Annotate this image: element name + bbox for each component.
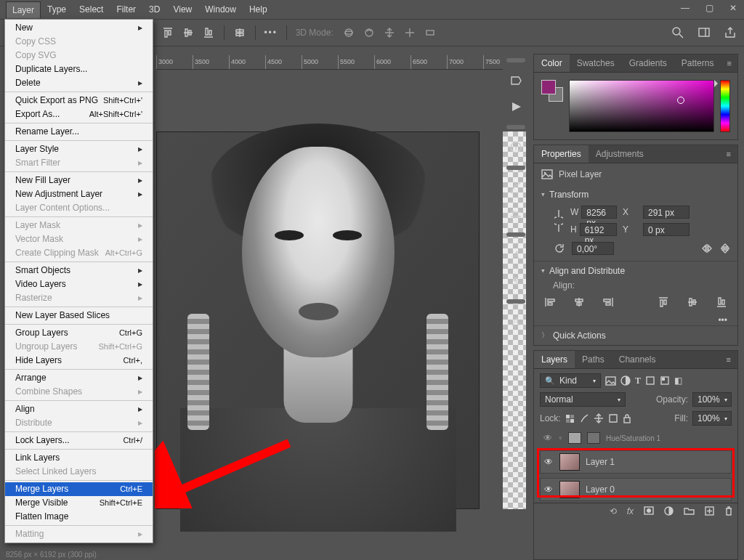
history-step-icon[interactable]	[507, 73, 525, 89]
menu-item-arrange[interactable]: Arrange▶	[5, 371, 153, 385]
menu-item-video-layers[interactable]: Video Layers▶	[5, 277, 153, 291]
tab-color[interactable]: Color	[534, 54, 570, 72]
align-left-edges-icon[interactable]	[544, 296, 556, 308]
new-adjustment-icon[interactable]	[664, 506, 674, 516]
blend-mode-select[interactable]: Normal▾	[540, 392, 626, 407]
link-dimensions-icon[interactable]	[554, 208, 565, 233]
dock-handle[interactable]	[506, 125, 525, 129]
menu-help[interactable]: Help	[243, 1, 274, 18]
angle-field[interactable]: 0,00°	[572, 242, 614, 255]
character-panel-icon[interactable]: A	[507, 247, 525, 263]
filter-smart-icon[interactable]	[660, 376, 670, 386]
menu-item-new-adjustment-layer[interactable]: New Adjustment Layer▶	[5, 187, 153, 201]
align-top-edges-icon[interactable]	[658, 296, 669, 308]
delete-layer-icon[interactable]	[724, 506, 733, 516]
dock-handle[interactable]	[506, 58, 525, 62]
lock-pixels-icon[interactable]	[565, 414, 575, 423]
3d-orbit-icon[interactable]	[342, 26, 355, 39]
menu-item-export-as[interactable]: Export As...Alt+Shift+Ctrl+'	[5, 107, 153, 121]
window-minimize-icon[interactable]: ―	[681, 3, 690, 13]
opacity-field[interactable]: 100%▾	[692, 392, 732, 407]
search-icon[interactable]	[671, 26, 684, 39]
menu-item-rename-layer[interactable]: Rename Layer...	[5, 125, 153, 139]
menu-window[interactable]: Window	[198, 1, 243, 18]
menu-item-group-layers[interactable]: Group LayersCtrl+G	[5, 326, 153, 340]
brush-settings-icon[interactable]	[507, 180, 525, 196]
menu-layer[interactable]: Layer	[6, 1, 41, 18]
glyphs-panel-icon[interactable]: A	[507, 314, 525, 330]
lock-brush-icon[interactable]	[579, 413, 589, 423]
align-top-icon[interactable]	[161, 26, 174, 39]
quick-actions-label[interactable]: Quick Actions	[553, 330, 606, 341]
new-layer-icon[interactable]	[705, 506, 714, 516]
color-picker-field[interactable]	[569, 80, 714, 132]
align-h-centers-icon[interactable]	[573, 296, 585, 308]
tab-gradients[interactable]: Gradients	[622, 54, 674, 72]
tab-adjustments[interactable]: Adjustments	[589, 145, 651, 163]
menu-item-duplicate-layers[interactable]: Duplicate Layers...	[5, 62, 153, 76]
width-field[interactable]: 8256 px	[581, 206, 617, 219]
more-options-icon[interactable]: •••	[264, 26, 278, 39]
layer-filter-kind[interactable]: 🔍Kind▾	[540, 373, 601, 388]
menu-item-merge-visible[interactable]: Merge VisibleShift+Ctrl+E	[5, 496, 153, 510]
menu-item-lock-layers[interactable]: Lock Layers...Ctrl+/	[5, 434, 153, 447]
new-group-icon[interactable]	[684, 506, 695, 516]
hue-slider[interactable]	[720, 80, 730, 132]
align-v-centers-icon[interactable]	[687, 296, 698, 308]
workspace-icon[interactable]	[698, 26, 711, 39]
paragraph-panel-icon[interactable]: ¶	[507, 273, 525, 289]
align-bottom-edges-icon[interactable]	[716, 296, 727, 308]
filter-type-icon[interactable]: T	[635, 376, 641, 386]
tab-patterns[interactable]: Patterns	[674, 54, 721, 72]
distribute-v-icon[interactable]	[233, 26, 246, 39]
height-field[interactable]: 6192 px	[580, 223, 617, 236]
menu-select[interactable]: Select	[73, 1, 110, 18]
3d-roll-icon[interactable]	[363, 26, 376, 39]
lock-position-icon[interactable]	[594, 413, 604, 423]
align-right-edges-icon[interactable]	[602, 296, 614, 308]
panel-menu-icon[interactable]: ≡	[721, 59, 737, 68]
tab-paths[interactable]: Paths	[575, 351, 612, 368]
flip-vertical-icon[interactable]	[720, 243, 730, 254]
3d-scale-icon[interactable]	[424, 26, 437, 39]
layer-effects-icon[interactable]: fx	[627, 506, 634, 516]
x-field[interactable]: 291 px	[643, 206, 690, 219]
menu-item-merge-layers[interactable]: Merge LayersCtrl+E	[5, 482, 153, 496]
lock-artboard-icon[interactable]	[608, 413, 618, 423]
align-section-label[interactable]: Align and Distribute	[549, 266, 625, 276]
menu-item-flatten-image[interactable]: Flatten Image	[5, 510, 153, 524]
fill-field[interactable]: 100%▾	[692, 411, 732, 426]
layer-menu-dropdown[interactable]: New▶Copy CSSCopy SVGDuplicate Layers...D…	[4, 19, 153, 543]
tab-channels[interactable]: Channels	[612, 351, 663, 368]
window-close-icon[interactable]: ✕	[729, 3, 737, 13]
menu-item-link-layers[interactable]: Link Layers	[5, 451, 153, 465]
menu-item-new-fill-layer[interactable]: New Fill Layer▶	[5, 174, 153, 187]
menu-3d[interactable]: 3D	[142, 1, 166, 18]
menu-item-delete[interactable]: Delete▶	[5, 76, 153, 90]
align-bottom-icon[interactable]	[202, 26, 215, 39]
link-layers-icon[interactable]: ⟲	[610, 506, 617, 516]
menu-item-new-layer-based-slices[interactable]: New Layer Based Slices	[5, 309, 153, 322]
menu-type[interactable]: Type	[41, 1, 73, 18]
filter-pixel-icon[interactable]	[605, 376, 616, 386]
3d-slide-icon[interactable]	[403, 26, 416, 39]
filter-shape-icon[interactable]	[645, 376, 655, 386]
dock-handle[interactable]	[506, 166, 525, 170]
dock-handle[interactable]	[506, 299, 525, 304]
layer-name[interactable]: Hue/Saturation 1	[606, 434, 660, 442]
align-vcenter-icon[interactable]	[182, 26, 195, 39]
flip-horizontal-icon[interactable]	[701, 243, 713, 253]
lock-all-icon[interactable]	[623, 413, 631, 423]
filter-adjust-icon[interactable]	[620, 376, 631, 386]
tab-layers[interactable]: Layers	[534, 351, 575, 368]
menu-view[interactable]: View	[166, 1, 198, 18]
menu-item-align[interactable]: Align▶	[5, 402, 153, 416]
window-maximize-icon[interactable]: ▢	[705, 3, 713, 13]
brush-presets-icon[interactable]	[507, 206, 525, 222]
foreground-background-swatch[interactable]	[541, 80, 563, 102]
menu-item-layer-style[interactable]: Layer Style▶	[5, 142, 153, 156]
info-icon[interactable]	[507, 139, 525, 155]
y-field[interactable]: 0 px	[643, 223, 690, 236]
filter-toggle-icon[interactable]: ◧	[674, 376, 682, 386]
menu-item-new[interactable]: New▶	[5, 21, 153, 35]
